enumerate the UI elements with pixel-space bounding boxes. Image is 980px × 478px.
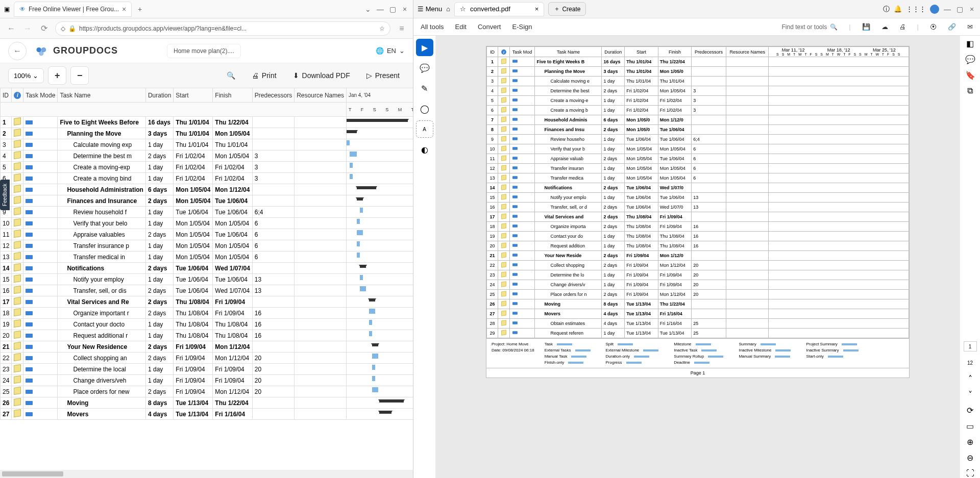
maximize-button[interactable]: ▢ xyxy=(955,5,964,13)
table-row[interactable]: 1 Five to Eight Weeks Before 16 days Thu… xyxy=(1,117,413,128)
viewer-main[interactable]: Feedback ID i Task Mode Task Name Durati… xyxy=(0,88,413,470)
browser-tab[interactable]: 👁 Free Online Viewer | Free Grou... × xyxy=(14,2,132,17)
table-row[interactable]: 26 Moving 8 days Tue 1/13/04 Thu 1/22/04 xyxy=(1,397,413,409)
table-row[interactable]: 8 Finances and Insurance 2 days Mon 1/05… xyxy=(1,195,413,207)
page-count[interactable]: 12 xyxy=(964,358,977,368)
erase-tool[interactable]: ◐ xyxy=(416,141,433,158)
close-icon[interactable]: × xyxy=(122,5,126,13)
search-button[interactable]: 🔍 xyxy=(222,68,240,83)
table-row[interactable]: 27 Movers 4 days Tue 1/13/04 Fri 1/16/04 xyxy=(1,409,413,420)
redact-icon[interactable]: ⦿ xyxy=(930,23,937,31)
table-row[interactable]: 22 Collect shopping an 2 days Fri 1/09/0… xyxy=(1,353,413,364)
table-row[interactable]: 15 Notify your employ 1 day Tue 1/06/04 … xyxy=(1,274,413,285)
maximize-button[interactable]: ▢ xyxy=(388,5,397,13)
url-input[interactable]: ◇ 🔒 https://products.groupdocs.app/viewe… xyxy=(55,21,390,36)
minimize-button[interactable]: — xyxy=(943,5,951,13)
star-icon[interactable]: ☆ xyxy=(460,5,466,13)
chevron-up-icon[interactable]: ˄ xyxy=(968,374,972,384)
home-icon[interactable]: ⌂ xyxy=(446,5,450,13)
cloud-icon[interactable]: ☁ xyxy=(881,23,888,31)
table-row[interactable]: 23 Determine the local 1 day Fri 1/09/04… xyxy=(1,364,413,375)
close-window-button[interactable]: × xyxy=(968,5,976,13)
draw-tool[interactable]: ✎ xyxy=(416,80,433,97)
pdf-content[interactable]: ID i Task Mod Task Name Duration Start F… xyxy=(436,36,960,478)
new-tab-button[interactable]: + xyxy=(136,5,144,13)
text-tool[interactable]: A xyxy=(416,120,433,138)
table-row[interactable]: 6 Create a moving bind 1 day Fri 1/02/04… xyxy=(1,173,413,184)
header-finish[interactable]: Finish xyxy=(213,88,252,103)
table-row[interactable]: 17 Vital Services and Re 2 days Thu 1/08… xyxy=(1,296,413,308)
nav-esign[interactable]: E-Sign xyxy=(512,23,532,31)
table-row[interactable]: 4 Determine the best m 2 days Fri 1/02/0… xyxy=(1,150,413,162)
star-icon[interactable]: ☆ xyxy=(379,25,385,32)
download-button[interactable]: ⬇Download PDF xyxy=(288,68,355,83)
back-button[interactable]: ← xyxy=(6,23,16,34)
nav-convert[interactable]: Convert xyxy=(478,23,501,31)
rotate-icon[interactable]: ⟳ xyxy=(967,406,973,415)
table-row[interactable]: 25 Place orders for new 2 days Fri 1/09/… xyxy=(1,386,413,397)
table-row[interactable]: 11 Appraise valuables 2 days Mon 1/05/04… xyxy=(1,229,413,240)
pdf-search[interactable]: Find text or tools🔍 xyxy=(782,23,838,31)
header-duration[interactable]: Duration xyxy=(145,88,173,103)
link-icon[interactable]: 🔗 xyxy=(948,23,956,31)
bell-icon[interactable]: 🔔 xyxy=(894,5,902,13)
page-thumb[interactable]: 1 xyxy=(964,341,977,351)
copy-icon[interactable]: ⧉ xyxy=(967,86,973,95)
lang-selector[interactable]: 🌐 EN ⌄ xyxy=(376,47,405,55)
print-button[interactable]: 🖨Print xyxy=(247,68,282,83)
chevron-down-icon[interactable]: ⌄ xyxy=(364,5,372,13)
table-row[interactable]: 21 Your New Residence 2 days Fri 1/09/04… xyxy=(1,341,413,353)
menu-button[interactable]: ≡ xyxy=(397,23,407,34)
chevron-down-icon[interactable]: ˅ xyxy=(968,390,972,399)
header-resources[interactable]: Resource Names xyxy=(295,88,347,103)
page-fit-icon[interactable]: ▭ xyxy=(966,421,974,431)
panel-icon[interactable]: ◧ xyxy=(966,39,974,48)
save-icon[interactable]: 💾 xyxy=(862,23,870,31)
help-icon[interactable]: ⓘ xyxy=(883,5,890,14)
mail-icon[interactable]: ✉ xyxy=(967,23,973,31)
pdf-tab[interactable]: ☆ converted.pdf × xyxy=(454,2,544,16)
select-tool[interactable]: ▶ xyxy=(416,39,433,56)
nav-edit[interactable]: Edit xyxy=(455,23,467,31)
chat-icon[interactable]: 💬 xyxy=(965,55,975,64)
print-icon[interactable]: 🖨 xyxy=(899,23,906,31)
reload-button[interactable]: ⟳ xyxy=(39,23,49,34)
close-icon[interactable]: × xyxy=(535,5,539,13)
horizontal-scrollbar[interactable] xyxy=(0,470,413,478)
lasso-tool[interactable]: ◯ xyxy=(416,100,433,117)
table-row[interactable]: 19 Contact your docto 1 day Thu 1/08/04 … xyxy=(1,319,413,330)
forward-button[interactable]: → xyxy=(22,23,33,34)
close-window-button[interactable]: × xyxy=(401,5,409,13)
table-row[interactable]: 20 Request additional r 1 day Thu 1/08/0… xyxy=(1,330,413,341)
apps-icon[interactable]: ⋮⋮⋮ xyxy=(906,5,926,13)
header-predecessors[interactable]: Predecessors xyxy=(252,88,294,103)
table-row[interactable]: 2 Planning the Move 3 days Thu 1/01/04 M… xyxy=(1,128,413,139)
table-row[interactable]: 24 Change drivers/veh 1 day Fri 1/09/04 … xyxy=(1,375,413,386)
table-row[interactable]: 13 Transfer medical in 1 day Mon 1/05/04… xyxy=(1,251,413,263)
bookmark-icon[interactable]: 🔖 xyxy=(965,70,975,80)
menu-button[interactable]: ☰ Menu xyxy=(418,5,442,13)
nav-all-tools[interactable]: All tools xyxy=(421,23,444,31)
present-button[interactable]: ▷Present xyxy=(361,68,405,83)
table-row[interactable]: 3 Calculate moving exp 1 day Thu 1/01/04… xyxy=(1,139,413,150)
minimize-button[interactable]: — xyxy=(376,5,384,13)
table-row[interactable]: 9 Review household f 1 day Tue 1/06/04 T… xyxy=(1,207,413,218)
feedback-tab[interactable]: Feedback xyxy=(0,180,10,210)
header-info[interactable]: i xyxy=(12,88,23,103)
header-task-name[interactable]: Task Name xyxy=(58,88,146,103)
table-row[interactable]: 7 Household Administration 6 days Mon 1/… xyxy=(1,184,413,195)
header-id[interactable]: ID xyxy=(1,88,12,103)
header-task-mode[interactable]: Task Mode xyxy=(23,88,58,103)
zoom-out-icon[interactable]: ⊖ xyxy=(967,453,973,463)
zoom-out-button[interactable]: − xyxy=(70,66,89,85)
table-row[interactable]: 16 Transfer, sell, or dis 2 days Tue 1/0… xyxy=(1,285,413,296)
table-row[interactable]: 12 Transfer insurance p 1 day Mon 1/05/0… xyxy=(1,240,413,251)
filename-chip[interactable]: Home move plan(2).... xyxy=(167,44,241,58)
table-row[interactable]: 18 Organize important r 2 days Thu 1/08/… xyxy=(1,308,413,319)
workspace-icon[interactable]: ▣ xyxy=(4,6,10,13)
comment-tool[interactable]: 💬 xyxy=(416,59,433,77)
zoom-in-icon[interactable]: ⊕ xyxy=(967,437,973,447)
fullscreen-icon[interactable]: ⛶ xyxy=(966,469,974,478)
gantt-header[interactable]: Jan 4, '04 xyxy=(346,88,413,103)
create-button[interactable]: ＋Create xyxy=(548,2,586,16)
